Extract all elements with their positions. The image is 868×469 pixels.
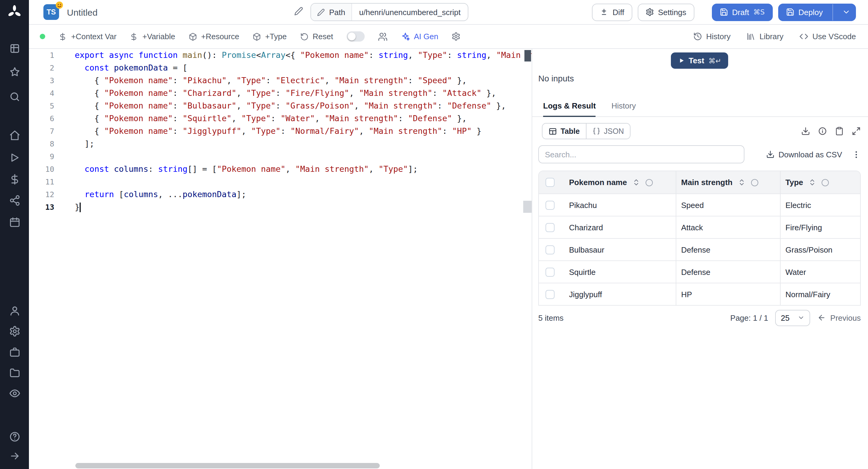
library-button[interactable]: Library (746, 32, 784, 41)
line-number[interactable]: 11 (29, 176, 57, 188)
table-row[interactable]: JigglypuffHPNormal/Fairy (539, 283, 860, 305)
download-result-button[interactable] (801, 127, 810, 136)
download-csv-button[interactable]: Download as CSV (766, 150, 842, 159)
test-button[interactable]: Test ⌘↵ (671, 53, 728, 69)
draft-button[interactable]: Draft ⌘S (712, 3, 772, 21)
code-line[interactable]: 1export async function main(): Promise<A… (29, 49, 532, 61)
line-number[interactable]: 5 (29, 99, 57, 112)
line-number[interactable]: 6 (29, 112, 57, 125)
row-checkbox[interactable] (545, 223, 554, 232)
add-resource-button[interactable]: +Resource (188, 32, 239, 41)
row-checkbox[interactable] (545, 268, 554, 276)
row-checkbox[interactable] (545, 200, 554, 210)
expand-result-button[interactable] (852, 127, 861, 136)
ai-settings-button[interactable] (452, 32, 461, 41)
sidebar-item-home[interactable] (8, 129, 21, 141)
sidebar-item-resources[interactable] (8, 194, 21, 206)
code-line[interactable]: 2 const pokemonData = [ (29, 61, 532, 74)
code-line[interactable]: 4 { "Pokemon name": "Charizard", "Type":… (29, 87, 532, 99)
deploy-split-divider (832, 4, 833, 20)
path-edit-button[interactable]: Path (311, 4, 352, 21)
sidebar-item-account[interactable] (8, 305, 21, 316)
tab-history[interactable]: History (612, 101, 636, 116)
edit-summary-button[interactable] (294, 6, 303, 18)
column-toggle-circle[interactable] (822, 179, 829, 186)
sidebar-item-help[interactable] (8, 430, 21, 442)
editor-vertical-scrollbar[interactable] (523, 201, 532, 213)
code-line[interactable]: 11 (29, 176, 532, 188)
code-line[interactable]: 5 { "Pokemon name": "Bulbasaur", "Type":… (29, 99, 532, 112)
sidebar-item-search[interactable] (8, 90, 21, 102)
sidebar-item-folders[interactable] (8, 367, 21, 379)
sidebar-item-variables[interactable] (8, 173, 21, 185)
table-row[interactable]: SquirtleDefenseWater (539, 260, 860, 283)
search-input[interactable] (538, 145, 744, 163)
code-line[interactable]: 9 (29, 150, 532, 163)
deploy-button[interactable]: Deploy (778, 3, 856, 21)
code-line[interactable]: 8 ]; (29, 137, 532, 150)
line-number[interactable]: 10 (29, 163, 57, 176)
use-vscode-button[interactable]: Use VScode (799, 32, 856, 41)
line-number[interactable]: 7 (29, 125, 57, 137)
code-line[interactable]: 12 return [columns, ...pokemonData]; (29, 188, 532, 201)
table-row[interactable]: CharizardAttackFire/Flying (539, 216, 860, 238)
code-line[interactable]: 13} (29, 201, 532, 213)
reset-button[interactable]: Reset (300, 32, 333, 41)
history-button[interactable]: History (693, 32, 731, 41)
sort-icon[interactable] (809, 179, 816, 186)
table-view-button[interactable]: Table (542, 124, 586, 139)
column-header-pokemon-name[interactable]: Pokemon name (561, 171, 676, 193)
multiplayer-users-icon[interactable] (378, 32, 387, 41)
table-row[interactable]: BulbasaurDefenseGrass/Poison (539, 238, 860, 260)
add-variable-button[interactable]: +Variable (130, 32, 176, 41)
info-button[interactable] (818, 127, 827, 136)
previous-page-button[interactable]: Previous (818, 313, 861, 322)
row-checkbox[interactable] (545, 290, 554, 299)
sidebar-item-settings[interactable] (8, 325, 21, 337)
copy-result-button[interactable] (835, 127, 844, 136)
sidebar-item-workers[interactable] (8, 346, 21, 358)
code-line[interactable]: 7 { "Pokemon name": "Jigglypuff", "Type"… (29, 125, 532, 137)
windmill-logo[interactable] (7, 5, 22, 19)
line-number[interactable]: 3 (29, 74, 57, 87)
line-number[interactable]: 2 (29, 61, 57, 74)
table-row[interactable]: PikachuSpeedElectric (539, 193, 860, 216)
sidebar-item-favorites[interactable] (8, 66, 21, 78)
line-number[interactable]: 4 (29, 87, 57, 99)
sidebar-expand-button[interactable] (8, 450, 21, 462)
json-view-button[interactable]: JSON (586, 124, 630, 139)
more-options-button[interactable] (852, 150, 861, 159)
line-number[interactable]: 8 (29, 137, 57, 150)
script-path[interactable]: u/henri/unencumbered_script (352, 7, 468, 17)
row-checkbox[interactable] (545, 245, 554, 254)
line-number[interactable]: 1 (29, 49, 57, 61)
sidebar-item-schedules[interactable] (8, 216, 21, 228)
select-all-checkbox[interactable] (545, 178, 554, 187)
code-line[interactable]: 3 { "Pokemon name": "Pikachu", "Type": "… (29, 74, 532, 87)
sort-icon[interactable] (632, 179, 640, 186)
diff-button[interactable]: Diff (592, 3, 632, 21)
line-number[interactable]: 13 (29, 201, 57, 213)
column-header-type[interactable]: Type (780, 171, 860, 193)
ai-gen-button[interactable]: AI Gen (401, 32, 438, 41)
column-toggle-circle[interactable] (751, 179, 758, 186)
sidebar-item-audit-logs[interactable] (8, 387, 21, 399)
settings-button[interactable]: Settings (638, 3, 694, 21)
page-size-select[interactable]: 25 (775, 310, 810, 326)
sidebar-item-apps[interactable] (8, 42, 21, 54)
editor-horizontal-scrollbar[interactable] (75, 463, 380, 468)
sort-icon[interactable] (738, 179, 746, 186)
tab-logs-result[interactable]: Logs & Result (543, 101, 596, 117)
add-context-var-button[interactable]: +Context Var (59, 32, 117, 41)
deploy-dropdown-button[interactable] (837, 8, 855, 16)
column-header-main-strength[interactable]: Main strength (676, 171, 780, 193)
sidebar-item-runs[interactable] (8, 151, 21, 163)
code-line[interactable]: 6 { "Pokemon name": "Squirtle", "Type": … (29, 112, 532, 125)
add-type-button[interactable]: +Type (253, 32, 287, 41)
code-line[interactable]: 10 const columns: string[] = ["Pokemon n… (29, 163, 532, 176)
column-toggle-circle[interactable] (646, 179, 653, 186)
line-number[interactable]: 12 (29, 188, 57, 201)
line-number[interactable]: 9 (29, 150, 57, 163)
multiplayer-toggle[interactable] (346, 31, 364, 41)
code-editor[interactable]: 1export async function main(): Promise<A… (29, 49, 532, 469)
